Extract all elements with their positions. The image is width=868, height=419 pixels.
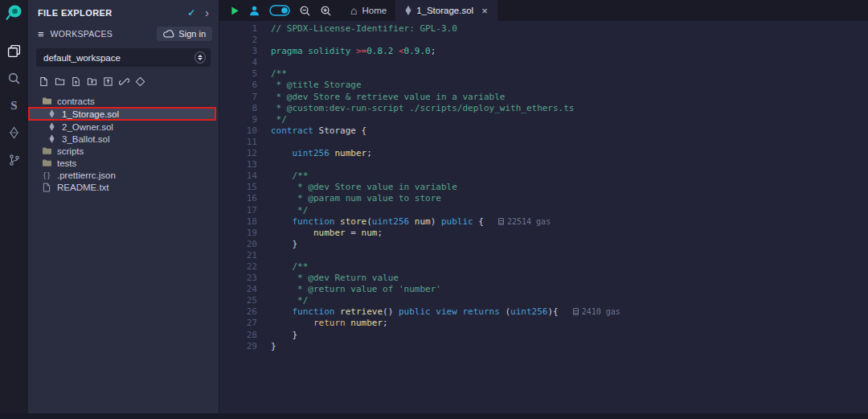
- workspace-menu-icon[interactable]: ≡: [38, 28, 44, 40]
- workspace-select[interactable]: default_workspace: [36, 48, 211, 67]
- line-number: 2: [219, 35, 257, 46]
- file-tree-item-2-owner-sol[interactable]: 2_Owner.sol: [28, 121, 219, 133]
- json-icon: { }: [41, 171, 52, 179]
- file-tree-item-contracts[interactable]: contracts: [28, 95, 219, 107]
- code-line[interactable]: * @dev Store value in variable: [271, 182, 868, 193]
- line-number: 6: [219, 80, 257, 91]
- file-explorer-icon[interactable]: [0, 37, 28, 64]
- file-tree-item-label: 3_Ballot.sol: [62, 134, 109, 144]
- check-icon[interactable]: ✓: [187, 7, 195, 18]
- file-tree: contracts1_Storage.sol2_Owner.sol3_Ballo…: [28, 95, 219, 193]
- file-tree-item-3-ballot-sol[interactable]: 3_Ballot.sol: [28, 133, 219, 145]
- line-number: 20: [219, 239, 257, 250]
- code-line[interactable]: }: [271, 239, 868, 250]
- search-icon[interactable]: [0, 64, 28, 92]
- code-line[interactable]: */: [271, 295, 868, 306]
- code-line[interactable]: uint256 number;: [271, 148, 868, 159]
- line-number: 13: [219, 159, 257, 170]
- close-tab-icon[interactable]: ×: [481, 5, 488, 17]
- code-line[interactable]: /**: [271, 68, 868, 80]
- run-script-icon[interactable]: [231, 6, 240, 16]
- code-line[interactable]: }: [271, 330, 868, 341]
- sign-in-label: Sign in: [178, 29, 206, 39]
- new-file-icon[interactable]: [39, 76, 49, 87]
- code-line[interactable]: function retrieve() public view returns …: [271, 306, 868, 318]
- line-number: 14: [219, 170, 257, 182]
- code-line[interactable]: * @param num value to store: [271, 193, 868, 204]
- code-line[interactable]: [271, 159, 868, 170]
- copilot-toggle-icon[interactable]: [269, 5, 290, 16]
- solidity-icon: [46, 122, 57, 131]
- code-line[interactable]: [271, 35, 868, 46]
- file-tree-item-scripts[interactable]: scripts: [28, 145, 219, 157]
- code-line[interactable]: * @title Storage: [271, 80, 868, 91]
- code-line[interactable]: * @dev Return value: [271, 273, 868, 284]
- line-number: 7: [219, 92, 257, 103]
- git-branch-icon[interactable]: [0, 146, 28, 174]
- upload-file-icon[interactable]: [71, 76, 81, 87]
- home-icon: ⌂: [350, 6, 357, 14]
- code-line[interactable]: pragma solidity >=0.8.2 <0.9.0;: [271, 46, 868, 57]
- editor-code[interactable]: // SPDX-License-Identifier: GPL-3.0pragm…: [271, 21, 868, 419]
- file-explorer-panel: FILE EXPLORER ✓ › ≡ WORKSPACES Sign in d…: [28, 0, 219, 419]
- sign-in-button[interactable]: Sign in: [157, 27, 212, 41]
- line-number: 3: [219, 46, 257, 57]
- code-line[interactable]: number = num;: [271, 228, 868, 239]
- file-tree-item-tests[interactable]: tests: [28, 157, 219, 169]
- line-number: 5: [219, 68, 257, 80]
- code-line[interactable]: contract Storage {: [271, 125, 868, 137]
- editor-gutter: 1234567891011121314151617181920212223242…: [219, 21, 271, 419]
- code-line[interactable]: /**: [271, 170, 868, 182]
- file-tree-item--prettierrc-json[interactable]: { }.prettierrc.json: [28, 169, 219, 181]
- code-editor[interactable]: 1234567891011121314151617181920212223242…: [219, 21, 868, 419]
- editor-controls: [219, 0, 342, 21]
- code-line[interactable]: function store(uint256 num) public {2251…: [271, 216, 868, 228]
- code-line[interactable]: */: [271, 114, 868, 125]
- deploy-run-icon[interactable]: [0, 119, 28, 146]
- code-line[interactable]: * @custom:dev-run-script ./scripts/deplo…: [271, 103, 868, 114]
- line-number: 28: [219, 330, 257, 341]
- ai-assistant-icon[interactable]: [248, 5, 260, 17]
- code-line[interactable]: [271, 57, 868, 68]
- activity-bar: S: [0, 0, 28, 419]
- tab-storage-label: 1_Storage.sol: [416, 6, 473, 15]
- code-line[interactable]: [271, 250, 868, 261]
- zoom-out-icon[interactable]: [299, 5, 311, 17]
- publish-gist-icon[interactable]: [135, 76, 145, 87]
- status-bar: [0, 413, 868, 419]
- upload-folder-icon[interactable]: [87, 76, 97, 87]
- panel-title: FILE EXPLORER: [38, 8, 187, 18]
- code-line[interactable]: */: [271, 205, 868, 216]
- gas-estimate: 2410 gas: [573, 307, 620, 316]
- code-line[interactable]: }: [271, 341, 868, 352]
- line-number: 11: [219, 137, 257, 148]
- chevron-right-icon[interactable]: ›: [205, 9, 209, 17]
- zoom-in-icon[interactable]: [320, 5, 332, 17]
- folder-open-icon: [41, 97, 52, 105]
- file-tree-item-readme-txt[interactable]: README.txt: [28, 181, 219, 193]
- code-line[interactable]: [271, 137, 868, 148]
- tab-home[interactable]: ⌂ Home: [342, 0, 396, 21]
- file-toolbar: [28, 67, 219, 93]
- publish-ipfs-icon[interactable]: [103, 76, 113, 87]
- code-line[interactable]: * @dev Store & retrieve value in a varia…: [271, 92, 868, 103]
- solidity-compiler-icon[interactable]: S: [0, 92, 28, 119]
- solidity-file-icon: [405, 6, 411, 15]
- line-number: 29: [219, 341, 257, 352]
- code-line[interactable]: /**: [271, 261, 868, 273]
- line-number: 25: [219, 295, 257, 306]
- file-tree-item-1-storage-sol[interactable]: 1_Storage.sol: [28, 107, 216, 121]
- import-link-icon[interactable]: [119, 76, 129, 87]
- line-number: 19: [219, 228, 257, 239]
- cloud-icon: [163, 30, 174, 38]
- new-folder-icon[interactable]: [55, 76, 65, 87]
- line-number: 15: [219, 182, 257, 193]
- line-number: 27: [219, 318, 257, 329]
- code-line[interactable]: // SPDX-License-Identifier: GPL-3.0: [271, 23, 868, 35]
- line-number: 8: [219, 103, 257, 114]
- code-line[interactable]: * @return value of 'number': [271, 284, 868, 295]
- code-line[interactable]: return number;: [271, 318, 868, 329]
- tab-1-storage-sol[interactable]: 1_Storage.sol ×: [396, 0, 497, 21]
- file-icon: [41, 183, 52, 192]
- gas-estimate: 22514 gas: [498, 217, 551, 226]
